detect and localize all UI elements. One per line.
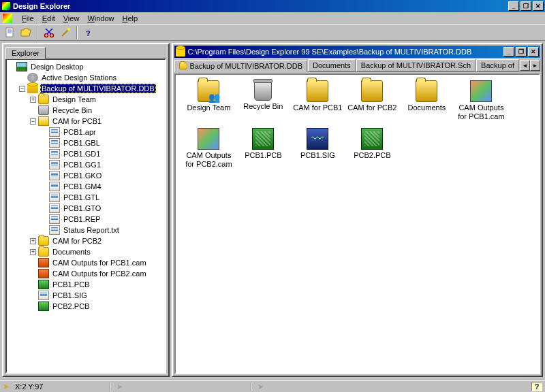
tree-cam-out1[interactable]: CAM Outputs for PCB1.cam	[8, 257, 164, 268]
child-title: C:\Program Files\Design Explorer 99 SE\E…	[187, 48, 502, 56]
file-icon	[49, 203, 60, 213]
tab-scroll-right[interactable]: ►	[530, 60, 540, 71]
folder-icon	[179, 63, 187, 69]
tree-file[interactable]: PCB1.GTL	[8, 192, 164, 203]
tree-toggle-icon[interactable]: +	[30, 238, 36, 244]
pcb-icon	[38, 280, 49, 289]
file-label: Recycle Bin	[243, 102, 283, 111]
tree-pcb1[interactable]: PCB1.PCB	[8, 279, 164, 290]
file-icon	[49, 171, 60, 180]
folder-icon	[38, 236, 49, 246]
status-arrow-icon: ➤	[3, 382, 10, 391]
file-icon	[49, 138, 60, 148]
menu-edit[interactable]: Edit	[38, 14, 59, 23]
close-button[interactable]: ✕	[533, 1, 544, 11]
file-icon-pcb[interactable]: PCB1.PCB	[236, 128, 290, 176]
file-icon	[49, 160, 60, 169]
sig-icon	[307, 128, 328, 150]
file-icon-folder[interactable]: Documents	[399, 80, 454, 128]
cam-icon	[198, 128, 219, 150]
tree-file[interactable]: PCB1.GBL	[8, 137, 164, 148]
icon-view[interactable]: Design TeamRecycle BinCAM for PCB1CAM fo…	[174, 74, 540, 374]
help-icon[interactable]: ?	[82, 26, 95, 39]
open-folder-icon[interactable]	[19, 26, 33, 39]
status-grey-arrow-icon: ➤	[116, 382, 123, 391]
tree-label: CAM Outputs for PCB1.cam	[51, 259, 148, 267]
pcb-icon	[38, 301, 49, 311]
tree-cam-out2[interactable]: CAM Outputs for PCB2.cam	[8, 268, 164, 279]
tree-stations[interactable]: Active Design Stations	[8, 72, 164, 83]
file-icon	[49, 214, 60, 224]
wand-icon[interactable]	[59, 26, 72, 39]
child-close-button[interactable]: ✕	[528, 47, 539, 56]
folder-icon	[38, 95, 49, 104]
tree-label: PCB1.GD1	[62, 150, 102, 158]
file-icon-folder-team[interactable]: Design Team	[181, 80, 236, 128]
tree-cam-pcb2[interactable]: +CAM for PCB2	[8, 235, 164, 246]
explorer-tab[interactable]: Explorer	[5, 47, 46, 59]
tree-file[interactable]: Status Report.txt	[8, 225, 164, 235]
child-tab[interactable]: Backup of MULTIVIBRATOR.DDB	[174, 60, 307, 72]
menu-window[interactable]: Window	[83, 14, 118, 23]
svg-text:?: ?	[86, 29, 91, 37]
svg-line-8	[62, 29, 69, 36]
file-icon-cam[interactable]: CAM Outputs for PCB1.cam	[454, 80, 508, 128]
explorer-tree[interactable]: Design DesktopActive Design Stations−Bac…	[7, 60, 165, 313]
child-minimize-button[interactable]: _	[503, 47, 514, 56]
tree-file[interactable]: PCB1.GG1	[8, 159, 164, 170]
tree-file[interactable]: PCB1.GKO	[8, 170, 164, 181]
child-tab[interactable]: Documents	[308, 59, 356, 71]
minimize-button[interactable]: _	[508, 1, 519, 11]
file-icon-folder[interactable]: CAM for PCB1	[290, 80, 345, 128]
document-panel: C:\Program Files\Design Explorer 99 SE\E…	[172, 43, 543, 377]
tree-design-team[interactable]: +Design Team	[8, 94, 164, 105]
toolbar-separator	[37, 27, 38, 39]
tree-toggle-icon[interactable]: −	[19, 86, 25, 92]
tree-file[interactable]: PCB1.GTO	[8, 203, 164, 214]
toolbar-separator	[76, 27, 78, 39]
tree-label: CAM for PCB1	[51, 117, 103, 125]
tree-toggle-icon[interactable]: +	[30, 97, 36, 103]
tree-pcb2[interactable]: PCB2.PCB	[8, 301, 164, 312]
tree-documents[interactable]: +Documents	[8, 246, 164, 257]
menu-logo-icon	[3, 14, 12, 23]
status-help-button[interactable]: ?	[531, 382, 542, 391]
tree-label: Status Report.txt	[62, 226, 121, 234]
toolbar: ?	[0, 24, 545, 41]
file-icon-folder[interactable]: CAM for PCB2	[345, 80, 399, 128]
tree-sig[interactable]: PCB1.SIG	[8, 290, 164, 301]
scissors-icon[interactable]	[42, 26, 56, 39]
tab-scroll-left[interactable]: ◄	[520, 60, 530, 71]
file-label: PCB1.PCB	[245, 151, 281, 160]
tree-cam-pcb1[interactable]: −CAM for PCB1	[8, 116, 164, 127]
file-icon-cam[interactable]: CAM Outputs for PCB2.cam	[181, 128, 236, 176]
child-tab[interactable]: Backup of MULTIVIBRATOR.Sch	[356, 59, 476, 71]
file-icon-sig[interactable]: PCB1.SIG	[290, 128, 345, 176]
child-tab[interactable]: Backup of	[476, 59, 519, 71]
tree-root[interactable]: Design Desktop	[8, 61, 164, 72]
folder-team-icon	[198, 80, 219, 102]
pcb-icon	[252, 128, 274, 150]
tree-recycle-bin[interactable]: Recycle Bin	[8, 105, 164, 116]
menu-view[interactable]: View	[59, 14, 84, 23]
child-titlebar: C:\Program Files\Design Explorer 99 SE\E…	[174, 46, 540, 58]
tree-selected-db[interactable]: −Backup of MULTIVIBRATOR.DDB	[8, 83, 164, 94]
tree-label: PCB1.GM4	[62, 182, 103, 191]
file-icon-pcb[interactable]: PCB2.PCB	[345, 128, 399, 176]
maximize-button[interactable]: ❐	[520, 1, 531, 11]
tree-file[interactable]: PCB1.GM4	[8, 181, 164, 192]
child-maximize-button[interactable]: ❐	[516, 47, 527, 56]
tree-label: PCB1.SIG	[51, 291, 89, 299]
menu-help[interactable]: Help	[119, 14, 142, 23]
tree-file[interactable]: PCB1.GD1	[8, 148, 164, 159]
tree-label: PCB1.GTO	[62, 204, 102, 212]
tree-toggle-icon[interactable]: −	[30, 118, 36, 125]
tree-file[interactable]: PCB1.apr	[8, 127, 164, 137]
menu-file[interactable]: File	[18, 14, 38, 23]
file-icon-bin[interactable]: Recycle Bin	[236, 80, 290, 128]
file-label: CAM Outputs for PCB1.cam	[454, 103, 508, 120]
new-doc-icon[interactable]	[3, 26, 16, 39]
tree-toggle-icon[interactable]: +	[30, 249, 36, 255]
app-logo-icon	[1, 1, 11, 11]
tree-file[interactable]: PCB1.REP	[8, 214, 164, 225]
